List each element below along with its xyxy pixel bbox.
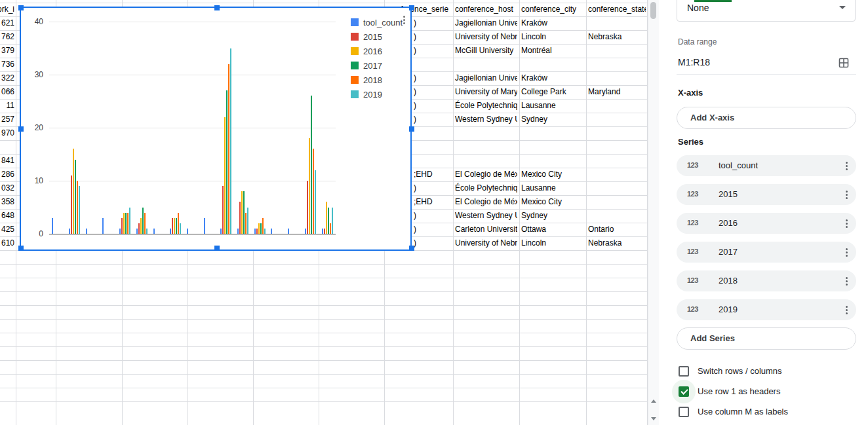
series-chip-2018[interactable]: 1232018 bbox=[677, 270, 856, 291]
series-chip-2016[interactable]: 1232016 bbox=[677, 213, 856, 234]
cell-conference-state[interactable]: Maryland bbox=[588, 85, 646, 99]
cell-work-id[interactable]: 841 bbox=[0, 154, 14, 168]
selection-handle[interactable] bbox=[409, 5, 414, 10]
cell-conference-series[interactable]: ;EHD bbox=[414, 195, 450, 209]
cell-work-id[interactable]: 11 bbox=[0, 99, 14, 113]
bar-2019 bbox=[180, 223, 181, 234]
cell-conference-city[interactable]: Lincoln bbox=[521, 30, 584, 44]
series-chip-2017[interactable]: 1232017 bbox=[677, 242, 856, 263]
cell-conference-state[interactable]: Ontario bbox=[588, 223, 646, 236]
cell-conference-host[interactable]: École Polytechnique bbox=[455, 181, 517, 195]
add-series-button[interactable]: Add Series bbox=[677, 327, 856, 350]
cell-conference-city[interactable]: Montréal bbox=[521, 44, 584, 58]
cell-conference-city[interactable]: Ottawa bbox=[521, 223, 584, 236]
series-options-icon[interactable] bbox=[846, 219, 848, 229]
cell-conference-series[interactable]: ) bbox=[414, 99, 450, 113]
cell-work-id[interactable]: 970 bbox=[0, 126, 14, 140]
cell-conference-series[interactable]: ) bbox=[414, 181, 450, 195]
chart-more-options-icon[interactable] bbox=[403, 15, 405, 25]
cell-work-id[interactable]: 610 bbox=[0, 236, 14, 250]
cell-work-id[interactable]: 379 bbox=[0, 44, 14, 58]
cell-conference-city[interactable]: Lincoln bbox=[521, 236, 584, 250]
embedded-chart[interactable]: 010203040 tool_count20152016201720182019 bbox=[20, 7, 412, 251]
cell-conference-series[interactable]: ) bbox=[414, 209, 450, 223]
cell-conference-series[interactable]: ) bbox=[414, 30, 450, 44]
cell-conference-city[interactable]: Sydney bbox=[521, 209, 584, 223]
cell-work-id[interactable]: 425 bbox=[0, 223, 14, 236]
cell-conference-city[interactable]: Lausanne bbox=[521, 99, 584, 113]
cell-conference-host[interactable]: École Polytechnique bbox=[455, 99, 517, 113]
checkbox-use-row-1-as-headers[interactable] bbox=[679, 386, 689, 397]
cell-conference-series[interactable]: ) bbox=[414, 236, 450, 250]
cell-conference-host[interactable]: University of Nebraska bbox=[455, 30, 517, 44]
cell-conference-host[interactable]: Western Sydney University bbox=[455, 113, 517, 126]
grid-column-border bbox=[519, 0, 520, 425]
selection-handle[interactable] bbox=[409, 246, 414, 251]
series-chip-tool_count[interactable]: 123tool_count bbox=[677, 155, 856, 176]
cell-conference-state[interactable]: Nebraska bbox=[588, 236, 646, 250]
series-options-icon[interactable] bbox=[846, 305, 848, 315]
cell-conference-host[interactable]: El Colegio de México bbox=[455, 195, 517, 209]
cell-conference-series[interactable]: ) bbox=[414, 44, 450, 58]
checkbox-switch-rows-columns[interactable] bbox=[679, 366, 689, 377]
series-options-icon[interactable] bbox=[846, 248, 848, 257]
cell-work-id[interactable]: 621 bbox=[0, 16, 14, 30]
gridline bbox=[49, 22, 336, 22]
select-data-range-icon[interactable] bbox=[838, 58, 849, 68]
selection-handle[interactable] bbox=[18, 5, 24, 10]
scroll-up-icon[interactable] bbox=[651, 399, 656, 403]
checkbox-use-column-m-as-labels[interactable] bbox=[679, 407, 689, 417]
cell-conference-series[interactable]: ) bbox=[414, 16, 450, 30]
stacking-dropdown[interactable]: None bbox=[677, 0, 856, 22]
series-options-icon[interactable] bbox=[846, 276, 848, 286]
cell-conference-host[interactable]: Carleton University bbox=[455, 223, 517, 236]
cell-work-id[interactable]: 066 bbox=[0, 85, 14, 99]
selection-handle[interactable] bbox=[18, 126, 24, 132]
cell-conference-city[interactable]: Kraków bbox=[521, 16, 584, 30]
cell-conference-host[interactable]: El Colegio de México bbox=[455, 168, 517, 181]
bar-tool_count bbox=[153, 229, 155, 234]
cell-conference-host[interactable]: University of Nebraska bbox=[455, 236, 517, 250]
x-axis-line bbox=[49, 234, 336, 234]
selection-handle[interactable] bbox=[409, 126, 414, 132]
selection-handle[interactable] bbox=[214, 5, 220, 10]
vertical-scrollbar[interactable] bbox=[648, 0, 659, 425]
cell-conference-city[interactable]: Mexico City bbox=[521, 168, 584, 181]
cell-conference-host[interactable]: University of Maryland bbox=[455, 85, 517, 99]
cell-conference-state[interactable]: Nebraska bbox=[588, 30, 646, 44]
bar-2016 bbox=[241, 191, 243, 234]
cell-work-id[interactable]: 032 bbox=[0, 181, 14, 195]
cell-conference-city[interactable]: Kraków bbox=[521, 71, 584, 85]
cell-conference-host[interactable]: McGill University bbox=[455, 44, 517, 58]
cell-conference-host[interactable]: Jagiellonian University bbox=[455, 71, 517, 85]
cell-conference-series[interactable]: ) bbox=[414, 223, 450, 236]
cell-work-id[interactable]: 286 bbox=[0, 168, 14, 181]
series-chip-2015[interactable]: 1232015 bbox=[677, 184, 856, 205]
cell-work-id[interactable]: 648 bbox=[0, 209, 14, 223]
cell-conference-series[interactable]: ) bbox=[414, 85, 450, 99]
scrollbar-thumb[interactable] bbox=[650, 2, 656, 19]
cell-conference-series[interactable]: ) bbox=[414, 113, 450, 126]
add-x-axis-button[interactable]: Add X-axis bbox=[677, 107, 856, 129]
series-chip-2019[interactable]: 1232019 bbox=[677, 299, 856, 320]
cell-conference-series[interactable]: ) bbox=[414, 71, 450, 85]
cell-conference-host[interactable]: Western Sydney University bbox=[455, 209, 517, 223]
scroll-down-icon[interactable] bbox=[651, 417, 656, 420]
selection-handle[interactable] bbox=[18, 246, 24, 251]
data-range-value[interactable]: M1:R18 bbox=[678, 57, 710, 67]
series-chip-label: 2019 bbox=[719, 305, 738, 314]
cell-conference-city[interactable]: College Park bbox=[521, 85, 584, 99]
cell-conference-host[interactable]: Jagiellonian University bbox=[455, 16, 517, 30]
cell-work-id[interactable]: 257 bbox=[0, 113, 14, 126]
series-options-icon[interactable] bbox=[846, 190, 848, 200]
cell-work-id[interactable]: 322 bbox=[0, 71, 14, 85]
cell-work-id[interactable]: 358 bbox=[0, 195, 14, 209]
cell-conference-city[interactable]: Sydney bbox=[521, 113, 584, 126]
cell-conference-series[interactable]: ;EHD bbox=[414, 168, 450, 181]
selection-handle[interactable] bbox=[214, 246, 220, 251]
series-options-icon[interactable] bbox=[846, 161, 848, 171]
cell-work-id[interactable]: 762 bbox=[0, 30, 14, 44]
cell-work-id[interactable]: 736 bbox=[0, 58, 14, 71]
cell-conference-city[interactable]: Lausanne bbox=[521, 181, 584, 195]
cell-conference-city[interactable]: Mexico City bbox=[521, 195, 584, 209]
